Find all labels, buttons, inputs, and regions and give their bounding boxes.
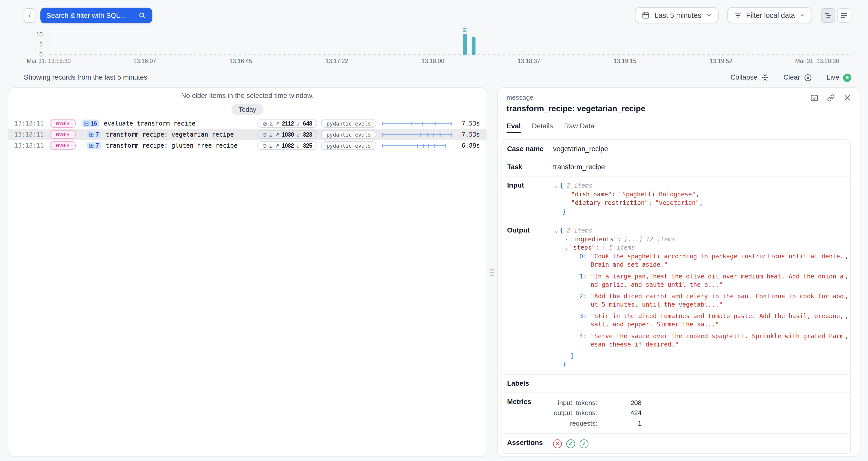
expand-caret-icon[interactable]: › xyxy=(563,235,569,244)
metrics-list: input_tokens: 208 output_tokens: 424 req… xyxy=(553,398,847,428)
live-button[interactable]: Live xyxy=(827,73,851,82)
x-axis-tick: 13:18:37 xyxy=(518,58,540,64)
input-tokens-arrow-icon: ↗ xyxy=(275,131,279,137)
copy-link-icon[interactable] xyxy=(826,93,835,102)
input-tokens-count: 1030 xyxy=(282,131,294,137)
timeline-plot-area[interactable] xyxy=(49,30,852,55)
task-value: transform_recipe xyxy=(551,158,850,176)
assertion-pass-icon[interactable]: ✓ xyxy=(566,439,575,448)
timeline-chart[interactable]: 10 5 0 Mar 31. 13:15:30 13:16:07 13:16:4… xyxy=(24,30,853,66)
x-axis-tick: 13:17:22 xyxy=(326,58,348,64)
package-tag[interactable]: pydantic-evals xyxy=(321,119,376,128)
assertion-pass-icon[interactable]: ✓ xyxy=(580,439,588,448)
collapse-caret-icon[interactable]: ⌄ xyxy=(553,182,560,190)
detail-header: message transform_recipe: vegetarian_rec… xyxy=(498,88,860,113)
case-name-label: Case name xyxy=(502,140,551,158)
clear-button[interactable]: Clear xyxy=(783,73,812,82)
task-label: Task xyxy=(502,158,551,176)
metric-name: input_tokens: xyxy=(553,398,597,408)
timeline-overflow-marks xyxy=(463,28,466,33)
metric-name: output_tokens: xyxy=(553,408,597,418)
span-count: 7 xyxy=(96,131,99,137)
collapse-button[interactable]: Collapse xyxy=(731,73,769,81)
tree-connector xyxy=(75,140,87,151)
collapse-caret-icon[interactable]: ⌄ xyxy=(563,244,569,252)
slash-shortcut-key[interactable]: / xyxy=(24,8,35,22)
package-tag[interactable]: pydantic-evals xyxy=(321,141,376,150)
view-toggle-group xyxy=(821,8,851,22)
collapse-toggle-icon[interactable]: ⊟ xyxy=(84,120,89,126)
metrics-row: Metrics input_tokens: 208 output_tokens:… xyxy=(502,392,850,433)
timeline-bar xyxy=(472,37,475,55)
span-title[interactable]: evaluate transform_recipe xyxy=(104,120,195,127)
tree-view-toggle[interactable] xyxy=(821,8,835,22)
metric-value: 1 xyxy=(597,418,642,428)
empty-window-notice: No older items in the selected time wind… xyxy=(8,92,487,100)
day-divider: Today xyxy=(231,104,264,115)
search-input[interactable]: Search & filter with SQL... xyxy=(40,7,152,23)
record-kind-label: message xyxy=(506,93,851,101)
input-tokens-arrow-icon: ↗ xyxy=(275,143,279,149)
y-axis-tick: 0 xyxy=(24,51,43,58)
duration-waterfall-bar xyxy=(382,132,451,137)
close-icon[interactable] xyxy=(843,93,852,102)
evals-tag: evals xyxy=(50,130,75,139)
collapse-icon xyxy=(761,73,769,81)
step-item: 1: "In a large pan, heat the olive oil o… xyxy=(553,272,851,289)
clear-circle-x-icon xyxy=(804,73,812,82)
expand-toggle-icon[interactable]: ⊞ xyxy=(89,143,94,149)
tab-details[interactable]: Details xyxy=(532,122,553,133)
app-root: / Search & filter with SQL... Last 5 min… xyxy=(0,0,868,461)
collapse-label: Collapse xyxy=(731,73,757,81)
chevron-down-icon xyxy=(706,12,712,18)
duration-text: 6.89s xyxy=(456,142,480,149)
span-count-chip[interactable]: ⊞ 7 xyxy=(87,142,101,149)
timeline-bar xyxy=(463,34,466,55)
span-title[interactable]: transform_recipe: gluten_free_recipe xyxy=(105,142,238,149)
expand-toggle-icon[interactable]: ⊞ xyxy=(89,131,94,137)
sigma-icon: Σ xyxy=(269,143,273,149)
detail-title: transform_recipe: vegetarian_recipe xyxy=(506,104,851,113)
trace-row[interactable]: 13:18:11 evals ⊟ 16 evaluate transform_r… xyxy=(8,118,487,129)
span-title[interactable]: transform_recipe: vegetarian_recipe xyxy=(105,131,234,138)
step-item: 2: "Add the diced carrot and celery to t… xyxy=(553,292,851,309)
trace-list-panel: No older items in the selected time wind… xyxy=(8,87,487,457)
metric-name: requests: xyxy=(553,418,597,428)
null-icon: ⊘ xyxy=(262,131,267,137)
assertion-results: ✕ ✓ ✓ xyxy=(553,439,847,448)
x-axis-tick: 13:19:52 xyxy=(710,58,733,64)
tree-connector xyxy=(75,129,87,140)
step-item: 3: "Stir in the diced tomatoes and tomat… xyxy=(553,312,851,329)
task-row: Task transform_recipe xyxy=(502,158,850,176)
status-bar: Showing records from the last 5 minutes … xyxy=(24,72,851,83)
duration-waterfall-bar xyxy=(382,121,451,126)
time-range-dropdown[interactable]: Last 5 minutes xyxy=(635,7,719,23)
tab-eval[interactable]: Eval xyxy=(506,122,521,133)
case-name-row: Case name vegetarian_recipe xyxy=(502,140,850,158)
filter-local-data-dropdown[interactable]: Filter local data xyxy=(727,7,812,23)
live-status-icon xyxy=(843,73,851,82)
output-json-viewer: ⌄{2 items ›"ingredients":[...]12 items ⌄… xyxy=(553,226,851,369)
output-tokens-count: 323 xyxy=(303,131,312,137)
span-count: 7 xyxy=(96,142,99,149)
tab-raw-data[interactable]: Raw Data xyxy=(564,122,594,133)
dock-panel-icon[interactable] xyxy=(809,93,818,102)
row-timestamp: 13:18:11 xyxy=(14,120,44,127)
assertions-label: Assertions xyxy=(502,434,551,453)
input-tokens-count: 2112 xyxy=(282,120,294,127)
package-tag[interactable]: pydantic-evals xyxy=(321,130,376,139)
panel-resize-handle[interactable] xyxy=(488,266,496,278)
span-count: 16 xyxy=(91,120,97,127)
collapse-caret-icon[interactable]: ⌄ xyxy=(553,226,560,235)
trace-row[interactable]: 13:18:11 evals ⊞ 7 transform_recipe: glu… xyxy=(8,140,487,151)
assertion-fail-icon[interactable]: ✕ xyxy=(553,439,562,448)
x-axis-tick: Mar 31. 13:15:30 xyxy=(27,58,70,64)
span-count-chip[interactable]: ⊟ 16 xyxy=(82,120,99,127)
span-count-chip[interactable]: ⊞ 7 xyxy=(87,130,101,139)
trace-row-selected[interactable]: 13:18:11 evals ⊞ 7 transform_recipe: veg… xyxy=(8,129,487,140)
flat-view-toggle[interactable] xyxy=(837,8,851,22)
sigma-icon: Σ xyxy=(269,131,273,137)
output-tokens-arrow-icon: ↙ xyxy=(296,120,301,126)
labels-label: Labels xyxy=(502,374,551,392)
metrics-label: Metrics xyxy=(502,393,551,433)
